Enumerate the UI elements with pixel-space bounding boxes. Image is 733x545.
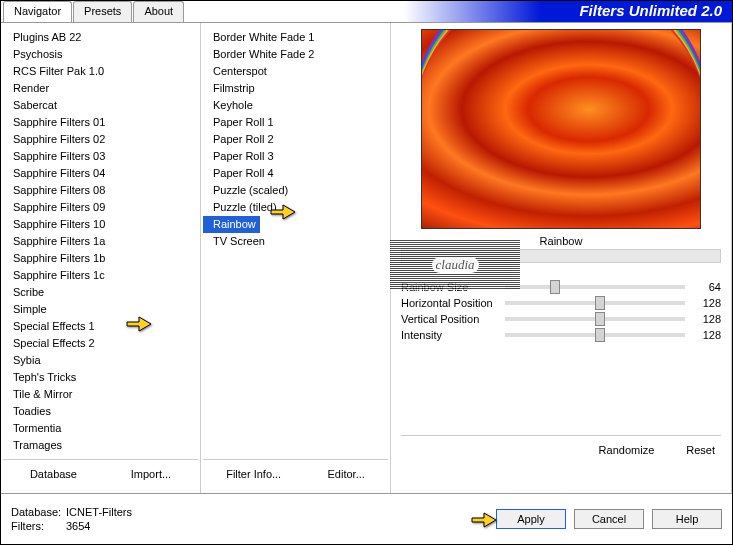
list-item[interactable]: Border White Fade 2	[203, 46, 388, 63]
slider-value: 128	[691, 297, 721, 309]
filter-list[interactable]: Border White Fade 1Border White Fade 2Ce…	[203, 29, 388, 459]
filter-panel: Border White Fade 1Border White Fade 2Ce…	[201, 23, 391, 493]
pointer-icon	[470, 507, 498, 529]
list-item[interactable]: Sapphire Filters 01	[3, 114, 198, 131]
list-item[interactable]: Rainbow	[203, 216, 260, 233]
list-item[interactable]: Sapphire Filters 09	[3, 199, 198, 216]
list-item[interactable]: Sapphire Filters 10	[3, 216, 198, 233]
slider-label: Intensity	[401, 329, 499, 341]
slider-track[interactable]	[505, 285, 685, 289]
list-item[interactable]: Scribe	[3, 284, 198, 301]
list-item[interactable]: Render	[3, 80, 198, 97]
list-item[interactable]: Keyhole	[203, 97, 388, 114]
filterinfo-button[interactable]: Filter Info...	[220, 466, 287, 482]
list-item[interactable]: Sapphire Filters 02	[3, 131, 198, 148]
slider-thumb[interactable]	[595, 328, 605, 342]
list-item[interactable]: Sapphire Filters 1a	[3, 233, 198, 250]
list-item[interactable]: Sapphire Filters 04	[3, 165, 198, 182]
list-item[interactable]: Tramages	[3, 437, 198, 454]
list-item[interactable]: Sybia	[3, 352, 198, 369]
slider-label: Vertical Position	[401, 313, 499, 325]
category-list[interactable]: Plugins AB 22PsychosisRCS Filter Pak 1.0…	[3, 29, 198, 459]
list-item[interactable]: Paper Roll 4	[203, 165, 388, 182]
list-item[interactable]: Sapphire Filters 03	[3, 148, 198, 165]
list-item[interactable]: Puzzle (tiled)	[203, 199, 388, 216]
preview-label: Rainbow	[401, 235, 721, 247]
main-area: Plugins AB 22PsychosisRCS Filter Pak 1.0…	[1, 23, 732, 493]
tab-about[interactable]: About	[133, 1, 184, 22]
list-item[interactable]: Plugins AB 22	[3, 29, 198, 46]
list-item[interactable]: Teph's Tricks	[3, 369, 198, 386]
slider-thumb[interactable]	[595, 312, 605, 326]
import-button[interactable]: Import...	[125, 466, 177, 482]
preview-panel: Rainbow Rainbow Size 64 Horizontal Posit…	[391, 23, 732, 493]
tab-navigator[interactable]: Navigator	[3, 1, 72, 22]
slider-label: Rainbow Size	[401, 281, 499, 293]
list-item[interactable]: TV Screen	[203, 233, 388, 250]
slider-track[interactable]	[505, 301, 685, 305]
slider-vertical-position[interactable]: Vertical Position 128	[401, 313, 721, 325]
slider-horizontal-position[interactable]: Horizontal Position 128	[401, 297, 721, 309]
header: Navigator Presets About Filters Unlimite…	[1, 1, 732, 23]
list-item[interactable]: Toadies	[3, 403, 198, 420]
status-text: Database:ICNET-Filters Filters:3654	[11, 505, 132, 533]
list-item[interactable]: Paper Roll 3	[203, 148, 388, 165]
slider-value: 128	[691, 313, 721, 325]
cancel-button[interactable]: Cancel	[574, 509, 644, 529]
list-item[interactable]: Border White Fade 1	[203, 29, 388, 46]
help-button[interactable]: Help	[652, 509, 722, 529]
footer: Database:ICNET-Filters Filters:3654 Appl…	[1, 493, 732, 543]
tab-presets[interactable]: Presets	[73, 1, 132, 22]
list-item[interactable]: Sapphire Filters 08	[3, 182, 198, 199]
list-item[interactable]: Centerspot	[203, 63, 388, 80]
apply-button[interactable]: Apply	[496, 509, 566, 529]
slider-thumb[interactable]	[595, 296, 605, 310]
app-title: Filters Unlimited 2.0	[185, 1, 732, 22]
editor-button[interactable]: Editor...	[322, 466, 371, 482]
reset-button[interactable]: Reset	[680, 442, 721, 458]
list-item[interactable]: Puzzle (scaled)	[203, 182, 388, 199]
list-item[interactable]: Filmstrip	[203, 80, 388, 97]
list-item[interactable]: Paper Roll 2	[203, 131, 388, 148]
list-item[interactable]: Sapphire Filters 1b	[3, 250, 198, 267]
slider-intensity[interactable]: Intensity 128	[401, 329, 721, 341]
list-item[interactable]: Psychosis	[3, 46, 198, 63]
slider-label: Horizontal Position	[401, 297, 499, 309]
slider-rainbow-size[interactable]: Rainbow Size 64	[401, 281, 721, 293]
list-item[interactable]: Sapphire Filters 1c	[3, 267, 198, 284]
slider-thumb[interactable]	[550, 280, 560, 294]
tab-bar: Navigator Presets About	[1, 1, 185, 22]
preview-image	[421, 29, 701, 229]
list-item[interactable]: Tormentia	[3, 420, 198, 437]
slider-value: 128	[691, 329, 721, 341]
list-item[interactable]: Tile & Mirror	[3, 386, 198, 403]
list-item[interactable]: Special Effects 1	[3, 318, 198, 335]
list-item[interactable]: Simple	[3, 301, 198, 318]
randomize-button[interactable]: Randomize	[593, 442, 661, 458]
slider-track[interactable]	[505, 317, 685, 321]
progress-bar	[401, 249, 721, 263]
category-panel: Plugins AB 22PsychosisRCS Filter Pak 1.0…	[1, 23, 201, 493]
slider-track[interactable]	[505, 333, 685, 337]
list-item[interactable]: Paper Roll 1	[203, 114, 388, 131]
list-item[interactable]: Special Effects 2	[3, 335, 198, 352]
list-item[interactable]: Sabercat	[3, 97, 198, 114]
slider-value: 64	[691, 281, 721, 293]
list-item[interactable]: RCS Filter Pak 1.0	[3, 63, 198, 80]
database-button[interactable]: Database	[24, 466, 83, 482]
